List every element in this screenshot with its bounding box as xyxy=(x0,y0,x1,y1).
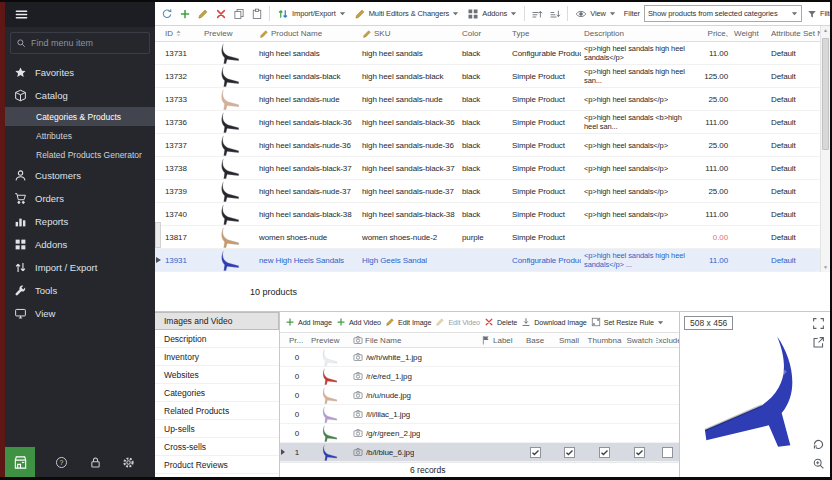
tab-up-sells[interactable]: Up-sells xyxy=(155,420,279,438)
swatch-checkbox[interactable] xyxy=(634,447,645,458)
tab-websites[interactable]: Websites xyxy=(155,366,279,384)
tab-images-and-video[interactable]: Images and Video xyxy=(155,312,279,330)
add-product-button[interactable] xyxy=(177,5,193,23)
sidebar-item-view[interactable]: View xyxy=(5,302,155,325)
base-checkbox[interactable] xyxy=(530,447,541,458)
sort-descending-button[interactable] xyxy=(547,5,563,23)
tab-cross-sells[interactable]: Cross-sells xyxy=(155,438,279,456)
column-header-label[interactable]: Label xyxy=(478,333,518,347)
paste-button[interactable] xyxy=(249,5,265,23)
column-header-preview[interactable]: Preview xyxy=(201,26,256,41)
product-price: 11.00 xyxy=(688,49,731,58)
product-row-13737[interactable]: 13737high heel sandals-nude-36high heel … xyxy=(155,134,830,157)
sidebar-item-favorites[interactable]: Favorites xyxy=(5,61,155,84)
delete-image-button[interactable]: Delete xyxy=(484,317,517,327)
import-export-menu[interactable]: Import/Export xyxy=(274,5,349,23)
delete-product-button[interactable] xyxy=(213,5,229,23)
column-header-swatch[interactable]: Swatch xyxy=(623,333,656,347)
product-row-13731[interactable]: 13731high heel sandalshigh heel sandalsb… xyxy=(155,42,830,65)
sidebar-item-import-export[interactable]: Import / Export xyxy=(5,256,155,279)
products-scrollbar[interactable]: ▲ ▼ xyxy=(820,26,830,272)
column-header-sku[interactable]: SKU xyxy=(359,26,459,41)
sidebar-item-addons[interactable]: Addons xyxy=(5,233,155,256)
download-image-button[interactable]: Download Image xyxy=(521,317,587,327)
product-row-13817[interactable]: 13817women shoes-nudewomen shoes-nude-2p… xyxy=(155,226,830,249)
add-image-button[interactable]: Add Image xyxy=(285,317,332,327)
copy-button[interactable] xyxy=(231,5,247,23)
thumbnail-checkbox[interactable] xyxy=(599,447,610,458)
open-in-window-button[interactable] xyxy=(812,336,825,349)
column-header-small[interactable]: Small xyxy=(552,333,586,347)
product-row-13733[interactable]: 13733high heel sandals-nudehigh heel san… xyxy=(155,88,830,111)
splitter-grip[interactable] xyxy=(155,222,161,248)
image-row-g-r-green-2-jpg[interactable]: 0/g/r/green_2.jpg xyxy=(280,424,679,443)
sidebar-item-categories-products[interactable]: Categories & Products xyxy=(5,107,155,126)
add-video-button[interactable]: Add Video xyxy=(336,317,381,327)
refresh-button[interactable] xyxy=(159,5,175,23)
tab-product-reviews[interactable]: Product Reviews xyxy=(155,456,279,474)
small-checkbox[interactable] xyxy=(564,447,575,458)
view-menu[interactable]: View xyxy=(572,5,619,23)
fullscreen-button[interactable] xyxy=(812,317,825,330)
help-button[interactable]: ? xyxy=(55,456,68,469)
column-header-thumbna[interactable]: Thumbna xyxy=(586,333,623,347)
column-header-weight[interactable]: Weight xyxy=(731,26,768,41)
category-filter-select[interactable]: Show products from selected categories xyxy=(644,5,802,22)
scrollbar-thumb[interactable] xyxy=(822,38,829,150)
sidebar-item-reports[interactable]: Reports xyxy=(5,210,155,233)
product-row-13931[interactable]: 13931new High Heels SandalsHigh Geels Sa… xyxy=(155,249,830,272)
set-resize-rule-button[interactable]: Set Resize Rule xyxy=(591,317,664,327)
menu-icon[interactable] xyxy=(14,7,29,22)
settings-button[interactable] xyxy=(122,456,135,469)
column-header-file-name[interactable]: File Name xyxy=(350,333,478,347)
tab-related-products[interactable]: Related Products xyxy=(155,402,279,420)
product-row-13736[interactable]: 13736high heel sandals-black-36high heel… xyxy=(155,111,830,134)
addons-menu[interactable]: Addons xyxy=(464,5,520,23)
edit-video-button[interactable]: Edit Video xyxy=(435,317,480,327)
store-button[interactable] xyxy=(5,447,35,477)
column-header-description[interactable]: Description xyxy=(581,26,688,41)
filters-menu[interactable]: Filters xyxy=(804,5,830,23)
sidebar-item-attributes[interactable]: Attributes xyxy=(5,126,155,145)
column-header-product-name[interactable]: Product Name xyxy=(256,26,359,41)
edit-image-button[interactable]: Edit Image xyxy=(385,317,431,327)
column-header-base[interactable]: Base xyxy=(518,333,552,347)
menu-search-input[interactable]: Find menu item xyxy=(10,32,150,54)
rotate-button[interactable] xyxy=(812,438,825,451)
image-row-l-i-lilac-1-jpg[interactable]: 0/l/i/lilac_1.jpg xyxy=(280,405,679,424)
edit-product-button[interactable] xyxy=(195,5,211,23)
product-row-13738[interactable]: 13738high heel sandals-black-37high heel… xyxy=(155,157,830,180)
zoom-button[interactable] xyxy=(812,457,825,470)
image-row-b-l-blue-6-jpg[interactable]: 1/b/l/blue_6.jpg xyxy=(280,443,679,462)
image-row-r-e-red-1-jpg[interactable]: 0/r/e/red_1.jpg xyxy=(280,367,679,386)
image-row-n-u-nude-jpg[interactable]: 0/n/u/nude.jpg xyxy=(280,386,679,405)
tab-description[interactable]: Description xyxy=(155,330,279,348)
sidebar-item-customers[interactable]: Customers xyxy=(5,164,155,187)
sidebar-item-tools[interactable]: Tools xyxy=(5,279,155,302)
column-header-price[interactable]: Price, xyxy=(688,26,731,41)
column-label: Weight xyxy=(734,29,759,38)
tab-inventory[interactable]: Inventory xyxy=(155,348,279,366)
column-header-exclude[interactable]: Exclude xyxy=(656,333,679,347)
scroll-down-arrow[interactable]: ▼ xyxy=(821,263,830,272)
tab-categories[interactable]: Categories xyxy=(155,384,279,402)
exclude-checkbox[interactable] xyxy=(662,447,673,458)
sidebar-item-related-products-generator[interactable]: Related Products Generator xyxy=(5,145,155,164)
product-row-13740[interactable]: 13740high heel sandals-black-38high heel… xyxy=(155,203,830,226)
column-header-color[interactable]: Color xyxy=(459,26,509,41)
column-header-id[interactable]: ID xyxy=(162,26,201,41)
view-icon xyxy=(14,307,27,320)
scroll-up-arrow[interactable]: ▲ xyxy=(821,26,830,35)
sidebar-item-catalog[interactable]: Catalog xyxy=(5,84,155,107)
column-header-attribute-set-name[interactable]: Attribute Set Name xyxy=(768,26,820,41)
product-row-13739[interactable]: 13739high heel sandals-nude-37high heel … xyxy=(155,180,830,203)
image-row-w-h-white-1-jpg[interactable]: 0/w/h/white_1.jpg xyxy=(280,348,679,367)
column-header-type[interactable]: Type xyxy=(509,26,581,41)
column-header-pr[interactable]: Pr... xyxy=(286,333,308,347)
multi-editors-menu[interactable]: Multi Editors & Changers xyxy=(351,5,463,23)
sort-ascending-button[interactable] xyxy=(529,5,545,23)
column-header-preview[interactable]: Preview xyxy=(308,333,350,347)
sidebar-item-orders[interactable]: Orders xyxy=(5,187,155,210)
lock-button[interactable] xyxy=(89,456,102,469)
product-row-13732[interactable]: 13732high heel sandals-blackhigh heel sa… xyxy=(155,65,830,88)
